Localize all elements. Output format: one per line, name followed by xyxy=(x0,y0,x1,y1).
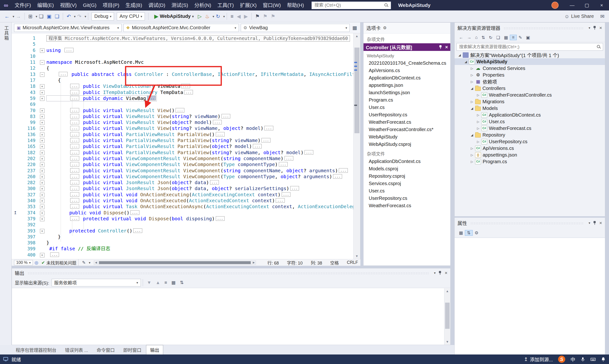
scrollbar-thumb[interactable] xyxy=(99,261,251,264)
menu-item-7[interactable]: 测试(S) xyxy=(168,0,191,11)
breakpoint-gutter[interactable] xyxy=(12,246,21,252)
collapsed-region-box[interactable]: ... xyxy=(290,186,299,191)
expand-icon[interactable]: ▷ xyxy=(469,100,475,104)
editor-horizontal-scrollbar[interactable]: ◀ ▶ xyxy=(94,260,256,265)
navigate-back-button[interactable]: ← xyxy=(3,13,11,19)
scroll-up-icon[interactable]: ▲ xyxy=(353,33,360,39)
collapsed-region-box[interactable]: ... xyxy=(276,198,285,203)
undo-chevron-icon[interactable]: ▾ xyxy=(74,14,76,18)
next-bookmark-button[interactable]: ⚑ xyxy=(269,13,277,19)
forward-icon[interactable]: → xyxy=(465,35,473,40)
home-icon[interactable]: ⌂ xyxy=(473,35,479,40)
save-all-button[interactable]: ❏ xyxy=(53,13,61,19)
start-debugging-button[interactable]: ▶ WebApiStudy ▾ xyxy=(150,13,196,19)
collapsed-region-box[interactable]: ... xyxy=(70,96,79,100)
bell-icon[interactable] xyxy=(601,357,606,362)
breakpoint-gutter[interactable] xyxy=(12,162,21,168)
maximize-button[interactable]: ▢ xyxy=(580,0,594,11)
show-all-files-icon[interactable]: ≡ xyxy=(510,35,517,40)
document-list-item[interactable]: UserRepository.cs xyxy=(363,111,450,118)
pin-icon[interactable] xyxy=(439,271,442,275)
collapsed-region-box[interactable]: ... xyxy=(253,144,262,148)
fold-margin[interactable]: + xyxy=(38,156,46,162)
chevron-down-icon[interactable]: ▾ xyxy=(589,26,590,30)
minimize-button[interactable]: — xyxy=(565,0,580,11)
document-list-item[interactable]: launchSettings.json xyxy=(363,89,450,96)
breakpoint-gutter[interactable] xyxy=(12,198,21,204)
output-vertical-scrollbar[interactable]: ▲ ▼ xyxy=(444,288,450,345)
quick-search-input[interactable] xyxy=(314,2,384,8)
scrollbar-thumb[interactable] xyxy=(354,48,360,133)
collapsed-region-box[interactable]: ... xyxy=(176,108,184,113)
navigate-forward-button[interactable]: → xyxy=(14,13,23,19)
fold-toggle-icon[interactable]: + xyxy=(40,126,44,131)
collapsed-region-box[interactable]: ... xyxy=(279,162,288,167)
fold-margin[interactable]: + xyxy=(38,228,46,234)
breakpoint-gutter[interactable] xyxy=(12,125,21,131)
tool-tab-1[interactable]: 错误列表 ... xyxy=(61,345,92,354)
tree-item[interactable]: ▷⚙Properties xyxy=(455,72,605,78)
project-dropdown[interactable]: ▣ Microsoft.AspNetCore.Mvc.ViewFeatures … xyxy=(14,24,122,32)
back-icon[interactable]: ← xyxy=(457,35,465,40)
scroll-down-icon[interactable]: ▼ xyxy=(444,339,450,345)
breakpoint-gutter[interactable]: ↥ xyxy=(12,210,21,216)
menu-item-1[interactable]: 编辑(E) xyxy=(34,0,57,11)
collapsed-region-box[interactable]: ... xyxy=(184,90,193,94)
fold-toggle-icon[interactable]: + xyxy=(40,156,44,161)
breakpoint-gutter[interactable] xyxy=(12,168,21,174)
fold-toggle-icon[interactable]: + xyxy=(40,175,44,179)
document-list-item[interactable]: WebApiStudy xyxy=(363,133,450,141)
collapsed-region-box[interactable]: ... xyxy=(65,48,73,52)
solution-explorer-header[interactable]: 解决方案资源管理器 ▾ × xyxy=(455,23,605,33)
drag-grip[interactable] xyxy=(504,27,584,29)
expand-icon[interactable]: ▷ xyxy=(469,80,475,83)
fold-toggle-icon[interactable]: + xyxy=(40,181,44,185)
collapsed-region-box[interactable]: ... xyxy=(282,192,290,197)
collapsed-region-box[interactable]: ... xyxy=(70,204,79,209)
collapsed-region-box[interactable]: ... xyxy=(333,174,342,179)
collapsed-region-box[interactable]: ... xyxy=(70,216,79,221)
drag-grip[interactable] xyxy=(28,272,429,274)
tree-item[interactable]: ▷Migrations xyxy=(455,98,605,105)
close-icon[interactable]: × xyxy=(445,270,447,276)
fold-margin[interactable]: + xyxy=(38,90,46,95)
expand-icon[interactable]: ▷ xyxy=(469,160,475,163)
breakpoint-gutter[interactable] xyxy=(12,234,21,240)
fold-margin[interactable]: + xyxy=(38,143,46,149)
save-button[interactable]: ▣ xyxy=(45,13,53,19)
type-dropdown[interactable]: ❖ Microsoft.AspNetCore.Mvc.Controller ▾ xyxy=(123,24,239,32)
issues-status-text[interactable]: 未找到相关问题 xyxy=(46,260,76,266)
scroll-right-icon[interactable]: ▶ xyxy=(252,261,256,264)
menu-item-9[interactable]: 工具(T) xyxy=(214,0,237,11)
breakpoint-gutter[interactable] xyxy=(12,114,21,119)
tool-tab-0[interactable]: 程序包管理器控制台 xyxy=(12,345,60,354)
close-icon[interactable]: × xyxy=(445,44,448,50)
line-ending-indicator[interactable]: CRLF xyxy=(347,260,358,265)
fold-toggle-icon[interactable]: + xyxy=(40,162,44,167)
breakpoint-gutter[interactable] xyxy=(12,192,21,198)
collapsed-region-box[interactable]: ... xyxy=(305,150,313,155)
new-project-button[interactable]: ⊞ xyxy=(27,13,34,19)
expand-icon[interactable]: ▷ xyxy=(469,73,475,77)
fold-toggle-icon[interactable]: + xyxy=(40,253,44,257)
breakpoint-gutter[interactable] xyxy=(12,156,21,162)
refresh-icon[interactable]: ▦ xyxy=(502,35,510,40)
indent-mode-indicator[interactable]: 空格 xyxy=(330,260,339,266)
breakpoint-gutter[interactable] xyxy=(12,174,21,180)
collapsed-region-box[interactable]: ... xyxy=(70,114,79,118)
menu-item-5[interactable]: 生成(B) xyxy=(123,0,145,11)
document-list-item[interactable]: ApplicationDbContext.cs xyxy=(363,158,450,165)
collapsed-region-box[interactable]: ... xyxy=(216,216,225,221)
document-list-item[interactable]: 20221020101704_CreateSchema.cs xyxy=(363,59,450,67)
tree-item[interactable]: ◢C#WebApiStudy xyxy=(455,58,605,65)
properties-shortcut-icon[interactable]: ▣ xyxy=(524,35,532,40)
goto-next-message-icon[interactable]: ▲ xyxy=(154,280,162,285)
collapsed-region-box[interactable]: ... xyxy=(213,120,222,124)
fold-margin[interactable]: + xyxy=(38,252,46,258)
breakpoint-gutter[interactable] xyxy=(12,53,21,59)
tree-item[interactable]: ▷C#User.cs xyxy=(455,118,605,125)
alphabetical-view-icon[interactable]: ⇅ xyxy=(465,230,473,236)
word-wrap-icon[interactable]: ⇅ xyxy=(178,280,186,285)
collapsed-region-box[interactable]: ... xyxy=(216,132,225,137)
live-share-button[interactable]: ☺ Live Share ✉ xyxy=(563,13,606,19)
